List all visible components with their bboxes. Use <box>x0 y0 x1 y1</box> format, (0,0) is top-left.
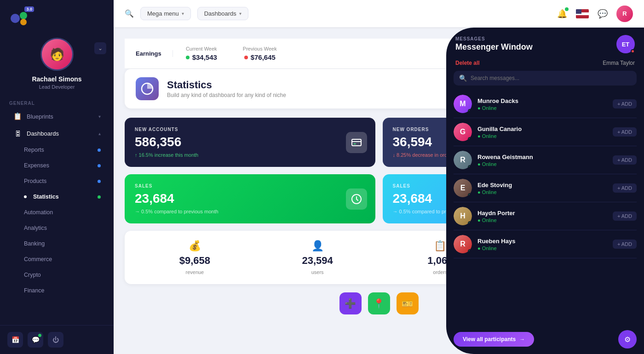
sidebar-item-label: Reports <box>24 147 93 153</box>
earnings-previous-week: Previous Week $76,645 <box>230 46 290 61</box>
messenger-contact-munroe: M Munroe Dacks ● Online + ADD <box>454 90 637 118</box>
messenger-contact-gunilla: G Gunilla Canario ● Online + ADD <box>454 118 637 146</box>
settings-button[interactable]: ⚙ <box>618 330 637 348</box>
current-user-name: Emma Taylor <box>603 60 635 66</box>
chat-button[interactable]: 💬 <box>594 6 611 22</box>
revenue-label: revenue <box>185 269 204 275</box>
add-contact-button[interactable]: + ADD <box>613 127 637 137</box>
contact-avatar: R <box>454 151 472 169</box>
messenger-contact-ede: E Ede Stoving ● Online + ADD <box>454 174 637 202</box>
location-action-button[interactable]: 📍 <box>368 292 390 314</box>
online-indicator <box>468 221 472 225</box>
red-dot <box>244 56 248 59</box>
messenger-contact-rowena: R Rowena Geistmann ● Online + ADD <box>454 146 637 174</box>
sidebar-item-analytics[interactable]: Analytics <box>4 221 110 235</box>
messenger-contact-rueben: R Rueben Hays ● Online + ADD <box>454 230 637 258</box>
online-indicator <box>468 137 472 141</box>
chevron-up-icon: ▴ <box>98 131 101 136</box>
blueprints-icon: 📋 <box>13 112 22 120</box>
sidebar-item-label: Products <box>24 178 93 184</box>
sidebar-item-reports[interactable]: Reports <box>4 143 110 157</box>
contact-status: ● Online <box>477 161 607 167</box>
add-contact-button[interactable]: + ADD <box>613 183 637 193</box>
add-contact-button[interactable]: + ADD <box>613 211 637 221</box>
add-contact-button[interactable]: + ADD <box>613 240 637 249</box>
sidebar-item-banking[interactable]: Banking <box>4 236 110 251</box>
section-label-general: GENERAL <box>0 97 114 108</box>
sidebar-item-dashboards[interactable]: 🎛 Dashboards ▴ <box>4 126 110 142</box>
notifications-button[interactable]: 🔔 <box>554 6 570 22</box>
search-icon: 🔍 <box>459 74 467 82</box>
revenue-value: $9,658 <box>179 255 210 267</box>
sidebar-logo: 3.0 <box>0 0 114 33</box>
dashboard-area: Earnings Current Week $34,543 Previous W… <box>114 28 644 354</box>
previous-week-label: Previous Week <box>243 46 277 51</box>
profile-toggle-button[interactable]: ⌄ <box>94 42 106 54</box>
profile-name: Rachael Simons <box>32 75 81 83</box>
sidebar-item-label: Statistics <box>33 194 93 200</box>
stat-revenue: 💰 $9,658 revenue <box>136 240 254 275</box>
messenger-overlay: MESSAGES Messenger Window ET Delete all … <box>446 28 644 354</box>
add-contact-button[interactable]: + ADD <box>613 99 637 108</box>
contact-avatar: R <box>454 235 472 253</box>
arrow-right-icon: → <box>519 336 525 343</box>
sidebar-bottom: 📅 💬 ⏻ <box>0 325 114 354</box>
card-icon <box>346 132 367 153</box>
sidebar-item-statistics[interactable]: Statistics <box>4 189 110 204</box>
messenger-title: Messenger Window <box>455 42 533 52</box>
contact-name: Rueben Hays <box>477 238 607 245</box>
svg-rect-4 <box>352 139 361 146</box>
sidebar-item-label: Analytics <box>24 225 101 231</box>
sidebar-item-label: Automation <box>24 209 101 216</box>
online-status-dot <box>631 49 635 53</box>
status-dot <box>98 148 101 152</box>
messenger-contact-haydn: H Haydn Porter ● Online + ADD <box>454 202 637 230</box>
dashboards-icon: 🎛 <box>13 130 22 137</box>
contact-name: Haydn Porter <box>477 210 607 217</box>
delete-all-button[interactable]: Delete all <box>455 60 480 66</box>
mega-menu-button[interactable]: Mega menu ▾ <box>140 7 191 20</box>
contact-name: Ede Stoving <box>477 182 607 188</box>
sidebar-item-expenses[interactable]: Expenses <box>4 158 110 173</box>
sidebar-item-products[interactable]: Products <box>4 174 110 188</box>
messages-notification-dot <box>38 334 41 337</box>
sidebar-item-commerce[interactable]: Commerce <box>4 252 110 267</box>
contact-info: Ede Stoving ● Online <box>477 182 607 195</box>
contact-info: Munroe Dacks ● Online <box>477 97 607 111</box>
contact-status: ● Online <box>477 133 607 139</box>
contact-avatar: E <box>454 179 472 197</box>
card-value: 586,356 <box>135 135 365 149</box>
search-button[interactable]: 🔍 <box>125 9 134 18</box>
add-contact-button[interactable]: + ADD <box>613 155 637 165</box>
sidebar-item-automation[interactable]: Automation <box>4 205 110 220</box>
contact-status: ● Online <box>477 105 607 111</box>
sidebar-item-blueprints[interactable]: 📋 Blueprints ▾ <box>4 108 110 125</box>
sidebar-item-label: Blueprints <box>27 113 94 120</box>
view-all-participants-button[interactable]: View all participants → <box>454 332 534 347</box>
power-button[interactable]: ⏻ <box>48 332 63 348</box>
messenger-header: MESSAGES Messenger Window ET <box>446 28 644 58</box>
add-action-button[interactable]: ➕ <box>339 292 362 314</box>
sidebar-item-label: Expenses <box>24 162 93 169</box>
users-label: users <box>311 269 324 275</box>
stats-header-icon <box>136 77 159 100</box>
sidebar-item-finance[interactable]: Finance <box>4 283 110 298</box>
sidebar-item-crypto[interactable]: Crypto <box>4 268 110 282</box>
calendar-button[interactable]: 📅 <box>7 332 23 348</box>
sidebar-item-label: Dashboards <box>27 130 94 137</box>
messenger-search-input[interactable] <box>471 75 631 81</box>
sidebar-item-label: Crypto <box>24 272 101 278</box>
view-all-section: View all participants → ⚙ <box>446 325 644 354</box>
messages-button[interactable]: 💬 <box>28 332 43 348</box>
online-indicator <box>468 249 472 253</box>
topbar-right: 🔔 💬 R <box>554 6 633 22</box>
language-flag[interactable] <box>576 9 589 18</box>
ticket-action-button[interactable]: 🎫 <box>397 292 419 314</box>
messages-section-label: MESSAGES <box>455 36 533 41</box>
dashboards-button[interactable]: Dashboards ▾ <box>197 7 248 20</box>
user-avatar[interactable]: R <box>616 6 633 22</box>
stat-users: 👤 23,594 users <box>259 240 377 275</box>
earnings-label: Earnings <box>136 50 173 57</box>
contact-status: ● Online <box>477 246 607 251</box>
page-title: Statistics <box>167 79 286 91</box>
